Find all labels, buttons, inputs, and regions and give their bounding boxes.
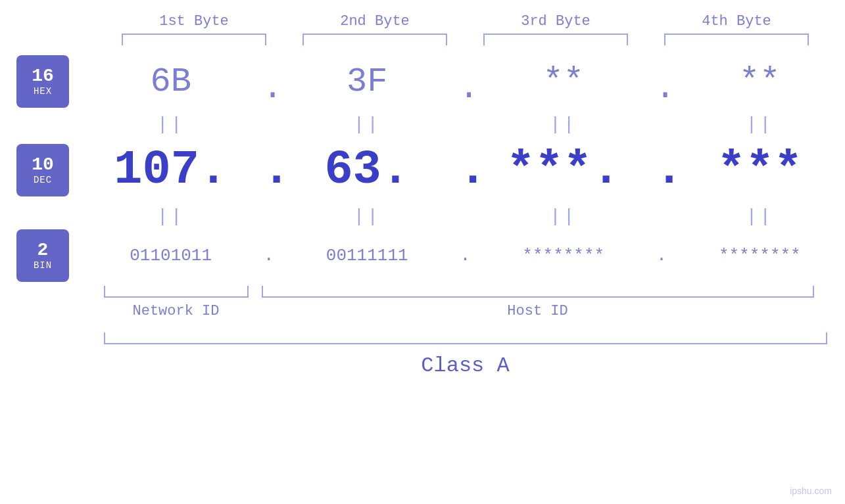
bin-badge: 2 BIN [16,229,69,282]
sep-row-2: || || || || [0,203,845,229]
bin-badge-number: 2 [37,241,49,261]
hex-b1: 6B [92,62,250,101]
sep-row-1: || || || || [0,111,845,137]
class-label: Class A [104,354,827,378]
hex-b3: ** [485,62,642,101]
hex-badge: 16 HEX [16,55,69,108]
bin-b1: 01101011 [92,246,250,265]
bracket-byte2 [302,34,447,45]
sep1-b2: || [288,114,446,135]
sep1-b4: || [681,114,838,135]
byte1-header: 1st Byte [115,13,273,30]
network-id-label: Network ID [104,303,249,319]
dec-dot3: . [458,143,471,197]
id-labels-row: Network ID Host ID [104,303,827,319]
bin-dot2: . [458,246,471,265]
bracket-byte3 [483,34,628,45]
sep2-b2: || [288,206,446,227]
hex-b4: ** [681,62,838,101]
dec-b2: 63. [288,143,446,197]
bin-b2: 00111111 [288,246,446,265]
top-brackets [104,34,827,45]
main-container: 1st Byte 2nd Byte 3rd Byte 4th Byte 16 H… [0,0,845,504]
byte4-header: 4th Byte [658,13,815,30]
bin-full-row: 2 BIN 01101011 . 00111111 . ******** . *… [0,229,845,282]
bin-badge-label: BIN [34,260,52,271]
sep2-b3: || [485,206,642,227]
bottom-brackets-row [104,286,827,298]
class-bracket [104,332,827,344]
hex-badge-number: 16 [32,66,54,87]
dec-b3: ***. [485,143,642,197]
dec-badge: 10 DEC [16,144,69,196]
hex-dot2: . [458,69,471,108]
byte3-header: 3rd Byte [477,13,635,30]
bin-b4: ******** [681,246,838,265]
sep2-b4: || [681,206,838,227]
dec-dot4: . [655,143,668,197]
sep1-b1: || [92,114,250,135]
dec-b1: 107. [92,143,250,197]
dec-badge-label: DEC [34,175,52,185]
host-id-label: Host ID [262,303,814,319]
dec-badge-number: 10 [32,155,54,175]
hex-b2: 3F [288,62,446,101]
hex-full-row: 16 HEX 6B . 3F . ** . ** [0,52,845,111]
dec-b4: *** [681,143,838,197]
host-id-bracket [262,286,814,298]
sep2-b1: || [92,206,250,227]
bin-b3: ******** [485,246,642,265]
byte2-header: 2nd Byte [296,13,454,30]
bin-dot1: . [262,246,276,265]
hex-badge-label: HEX [34,86,52,97]
bracket-byte1 [122,34,266,45]
hex-dot3: . [655,69,668,108]
sep1-b3: || [485,114,642,135]
network-id-bracket [104,286,249,298]
watermark: ipshu.com [790,486,832,496]
byte-headers: 1st Byte 2nd Byte 3rd Byte 4th Byte [104,13,827,30]
dec-full-row: 10 DEC 107. . 63. . ***. . *** [0,137,845,203]
hex-dot1: . [262,69,276,108]
bracket-byte4 [664,34,809,45]
bin-dot3: . [655,246,668,265]
dec-dot2: . [262,143,276,197]
